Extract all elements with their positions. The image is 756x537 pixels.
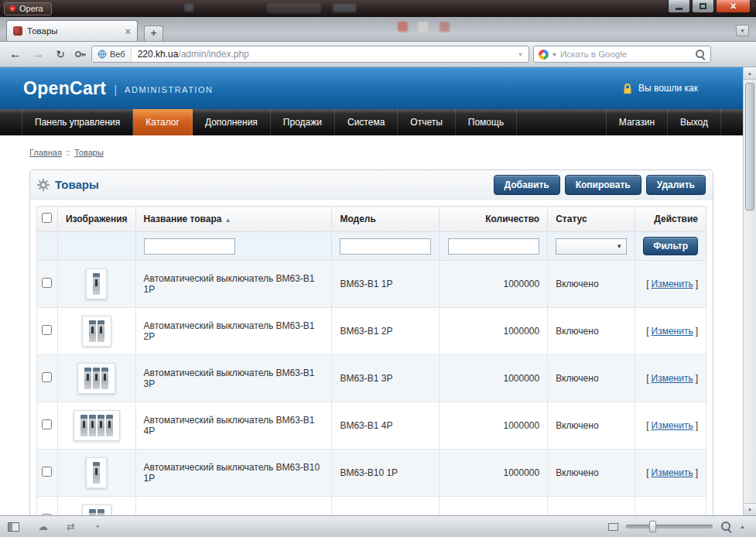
row-checkbox[interactable] — [42, 325, 52, 335]
product-name: Автоматический выключатель ВМ63-В1 1Р — [135, 261, 332, 308]
menu-item-reports[interactable]: Отчеты — [398, 109, 455, 135]
table-row: Автоматический выключатель ВМ63-В10 1Р В… — [37, 450, 706, 497]
row-checkbox[interactable] — [42, 467, 52, 477]
maximize-icon — [700, 3, 706, 9]
product-quantity: 1000000 — [440, 450, 548, 497]
globe-icon — [97, 50, 107, 59]
row-checkbox[interactable] — [42, 372, 52, 382]
edit-link[interactable]: Изменить — [652, 326, 693, 337]
product-image — [77, 363, 115, 394]
zoom-menu-icon[interactable]: ▲ — [740, 524, 745, 529]
admin-header: OpenCart | ADMINISTRATION Вы вошли как — [0, 67, 743, 109]
menu-item-extensions[interactable]: Дополнения — [193, 109, 271, 135]
address-mode-dropdown[interactable]: Веб — [92, 46, 132, 62]
product-quantity: 1000000 — [440, 261, 548, 308]
edit-link[interactable]: Изменить — [652, 279, 693, 289]
filter-model-input[interactable] — [340, 238, 431, 255]
minimize-icon — [676, 8, 682, 10]
address-bar[interactable]: Веб 220.kh.ua/admin/index.php ▼ — [91, 46, 529, 63]
delete-button[interactable]: Удалить — [646, 175, 706, 195]
col-status[interactable]: Статус — [548, 207, 635, 232]
edit-link[interactable]: Изменить — [652, 467, 693, 478]
scrollbar-thumb[interactable] — [745, 83, 754, 210]
filter-quantity-input[interactable] — [448, 238, 539, 255]
vertical-scrollbar[interactable]: ▲ ▼ — [743, 67, 756, 515]
menu-item-system[interactable]: Система — [335, 109, 398, 135]
menu-item-sales[interactable]: Продажи — [271, 109, 335, 135]
sort-asc-icon: ▲ — [224, 217, 231, 224]
search-magnifier-icon[interactable] — [695, 49, 706, 60]
panel-heading: Товары Добавить Копировать Удалить — [30, 170, 713, 200]
select-dropdown-icon: ▼ — [616, 243, 622, 250]
edit-link[interactable]: Изменить — [652, 420, 693, 431]
zoom-slider-thumb[interactable] — [649, 521, 656, 532]
menu-item-catalog[interactable]: Каталог — [133, 109, 193, 135]
tab-tovary[interactable]: Товары × — [6, 20, 138, 41]
row-checkbox[interactable] — [42, 278, 52, 288]
opera-turbo-icon[interactable]: ⇄ — [67, 522, 75, 532]
product-status: Включено — [548, 308, 635, 355]
fit-width-icon[interactable] — [608, 523, 618, 531]
table-row: Автоматический выключатель ВМ63-В1 4Р ВМ… — [37, 402, 706, 450]
address-dropdown-icon[interactable]: ▼ — [518, 52, 529, 57]
opera-menu-button[interactable]: Opera — [4, 2, 52, 15]
tab-bar: Товары × + ▼ — [0, 17, 756, 42]
breadcrumb-home-link[interactable]: Главная — [29, 148, 62, 157]
scroll-up-button[interactable]: ▲ — [744, 67, 756, 80]
filter-name-input[interactable] — [144, 238, 235, 255]
browser-viewport: OpenCart | ADMINISTRATION Вы вошли как П… — [0, 67, 743, 515]
panel-content: Изображения Название товара▲ Модель Коли… — [30, 200, 713, 515]
scroll-down-button[interactable]: ▼ — [744, 503, 756, 515]
select-all-checkbox[interactable] — [42, 213, 52, 223]
url-text[interactable]: 220.kh.ua/admin/index.php — [132, 49, 255, 60]
new-tab-button[interactable]: + — [144, 26, 163, 41]
col-quantity[interactable]: Количество — [440, 207, 548, 232]
search-bar[interactable]: ▼ — [533, 46, 711, 63]
forward-button[interactable]: → — [29, 48, 47, 60]
zoom-slider[interactable] — [626, 525, 713, 528]
tab-close-icon[interactable]: × — [125, 26, 131, 36]
tab-title: Товары — [27, 26, 120, 36]
copy-button[interactable]: Копировать — [565, 175, 641, 195]
maximize-button[interactable] — [692, 0, 714, 13]
breadcrumb-current-link[interactable]: Товары — [74, 148, 104, 157]
col-name[interactable]: Название товара▲ — [135, 207, 332, 232]
gauge-icon[interactable]: ◔ — [94, 522, 100, 532]
table-row: Автоматический выключатель ВМ63-В1 1Р ВМ… — [37, 261, 706, 308]
search-input[interactable] — [560, 50, 692, 59]
back-button[interactable]: ← — [6, 48, 25, 60]
search-engine-dropdown-icon[interactable]: ▼ — [552, 52, 557, 57]
product-status: Включено — [548, 261, 635, 308]
col-model[interactable]: Модель — [332, 207, 440, 232]
close-window-icon: × — [730, 1, 736, 12]
panels-icon[interactable] — [8, 522, 19, 532]
edit-link[interactable]: Изменить — [652, 373, 693, 384]
opera-link-cloud-icon[interactable]: ☁ — [38, 522, 48, 532]
reload-button[interactable]: ↻ — [51, 49, 70, 60]
filter-status-select[interactable]: ▼ — [556, 238, 627, 255]
window-titlebar[interactable]: Opera × — [0, 0, 756, 17]
menu-item-help[interactable]: Помощь — [456, 109, 517, 135]
row-checkbox[interactable] — [42, 419, 52, 429]
filter-button[interactable]: Фильтр — [643, 237, 698, 255]
table-header-row: Изображения Название товара▲ Модель Коли… — [37, 207, 706, 232]
tab-list-icon[interactable]: ▼ — [736, 25, 749, 36]
navigation-bar: ← → ↻ Веб 220.kh.ua/admin/index.php ▼ ▼ — [0, 42, 756, 67]
zoom-magnifier-icon[interactable] — [720, 521, 732, 532]
col-name-label: Название товара — [144, 214, 222, 224]
password-wand-icon[interactable] — [74, 49, 87, 60]
zoom-controls: ▲ — [608, 521, 748, 532]
menu-item-dashboard[interactable]: Панель управления — [22, 109, 133, 135]
add-button[interactable]: Добавить — [494, 175, 560, 195]
menu-item-logout[interactable]: Выход — [668, 109, 721, 135]
tab-favicon-icon — [13, 26, 22, 36]
menu-item-store[interactable]: Магазин — [606, 109, 668, 135]
menu-right-group: Магазин Выход — [606, 109, 743, 135]
glass-artifact — [333, 4, 356, 12]
col-images[interactable]: Изображения — [57, 207, 135, 232]
glass-artifact — [184, 4, 193, 12]
glass-artifact — [267, 3, 321, 13]
close-window-button[interactable]: × — [716, 0, 751, 13]
login-status: Вы вошли как — [622, 83, 698, 94]
minimize-button[interactable] — [668, 0, 690, 13]
